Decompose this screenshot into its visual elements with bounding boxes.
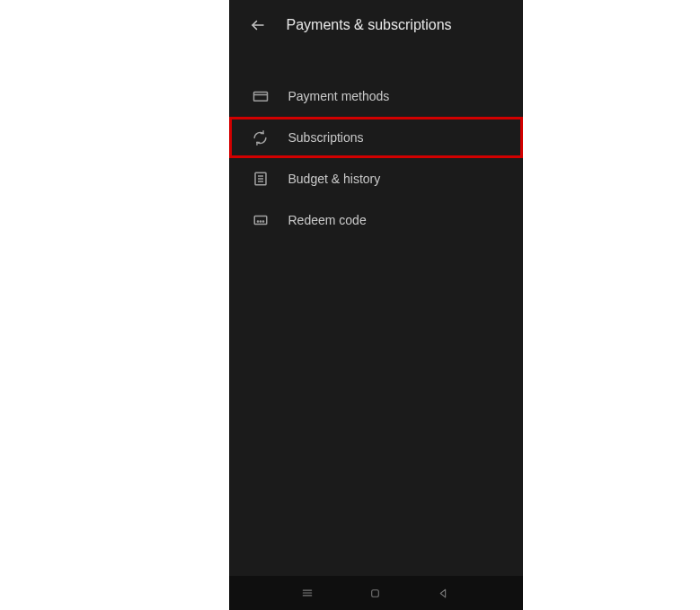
page-title: Payments & subscriptions [287,17,452,33]
code-icon [253,212,269,228]
triangle-left-icon [438,588,449,599]
svg-rect-1 [253,93,267,102]
svg-point-8 [257,221,258,222]
svg-point-10 [262,221,263,222]
nav-home-button[interactable] [368,586,383,600]
svg-point-9 [260,221,261,222]
svg-rect-7 [254,217,267,225]
menu-item-budget-history[interactable]: Budget & history [229,158,523,199]
menu-item-label: Payment methods [288,89,390,103]
menu-list: Payment methods Subscriptions [229,50,523,576]
menu-lines-icon [301,587,314,599]
header: Payments & subscriptions [229,0,523,50]
nav-back-button[interactable] [437,586,451,600]
menu-item-label: Budget & history [288,172,381,186]
system-navbar [229,576,523,610]
menu-item-subscriptions[interactable]: Subscriptions [229,117,523,158]
nav-recent-button[interactable] [300,586,315,600]
card-icon [253,88,269,104]
menu-item-label: Redeem code [288,213,367,227]
arrow-left-icon [250,17,266,33]
menu-item-payment-methods[interactable]: Payment methods [229,75,523,117]
svg-marker-15 [440,589,445,597]
list-icon [253,171,269,187]
phone-screen: Payments & subscriptions Payment methods [229,0,523,610]
square-icon [369,588,381,599]
svg-rect-14 [372,589,379,597]
refresh-icon [253,129,269,146]
back-button[interactable] [249,16,267,34]
menu-item-label: Subscriptions [288,130,364,145]
menu-item-redeem-code[interactable]: Redeem code [229,199,523,241]
